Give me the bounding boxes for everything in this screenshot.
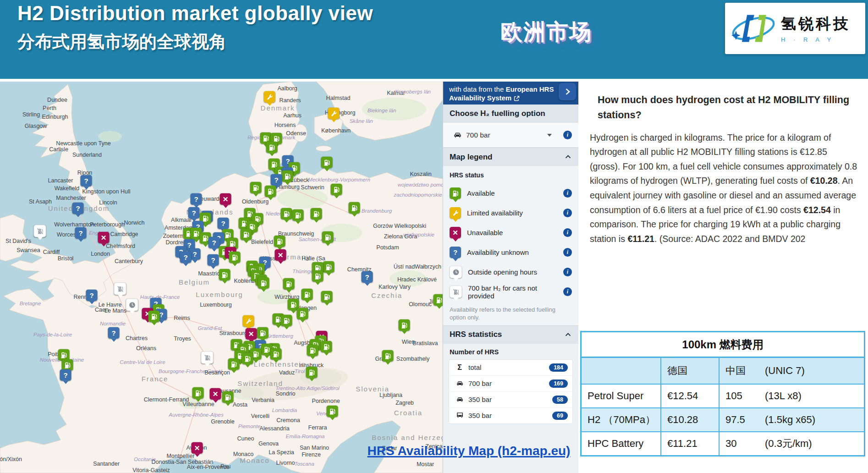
map-marker-available[interactable] <box>307 345 319 356</box>
map-marker-availability-unknown[interactable]: ? <box>362 271 373 283</box>
map-marker-available[interactable] <box>219 269 231 280</box>
map-marker-availability-unknown[interactable]: ? <box>271 174 282 186</box>
map-marker-available[interactable] <box>281 208 292 220</box>
map-marker-not-provided[interactable] <box>34 225 46 237</box>
map-marker-available[interactable] <box>250 182 262 193</box>
map-marker-available[interactable] <box>242 353 253 364</box>
stat-count-badge: 69 <box>552 412 568 420</box>
legend-item-label: 700 bar H₂ for cars not provided <box>468 284 557 300</box>
slide-title-en: H2 Distribution market globally view <box>17 2 373 25</box>
info-icon[interactable]: i <box>563 209 572 217</box>
map-marker-available[interactable] <box>228 358 240 370</box>
sidebar-data-banner: with data from the European HRS Availabi… <box>443 82 578 104</box>
hrs-stat-row: 350 bar69 <box>449 407 572 424</box>
europe-map[interactable]: DundeePerthStirlingEdinburghGlasgowCarli… <box>0 82 443 473</box>
hrs-stat-row: Σtotal184 <box>449 360 572 375</box>
map-marker-unavailable[interactable]: ✕ <box>275 249 286 261</box>
map-marker-available[interactable] <box>265 186 276 197</box>
map-marker-availability-unknown[interactable]: ? <box>188 207 200 219</box>
map-marker-available[interactable] <box>302 289 313 300</box>
map-marker-not-provided[interactable] <box>201 351 214 363</box>
map-marker-availability-unknown[interactable]: ? <box>180 252 192 263</box>
map-marker-availability-unknown[interactable]: ? <box>191 193 202 205</box>
map-marker-available[interactable] <box>306 367 318 378</box>
map-marker-available[interactable] <box>274 236 286 247</box>
map-marker-availability-unknown[interactable]: ? <box>75 227 87 239</box>
map-marker-unavailable[interactable]: ✕ <box>98 232 110 243</box>
map-marker-availability-unknown[interactable]: ? <box>208 254 219 266</box>
map-marker-available[interactable] <box>292 209 304 221</box>
map-marker-availability-unknown[interactable]: ? <box>60 369 71 381</box>
legend-item-available: Availablei <box>450 183 572 203</box>
info-icon[interactable]: i <box>563 287 572 296</box>
legend-footnote: Availability refers to the selected fuel… <box>450 306 572 322</box>
map-marker-not-provided <box>450 286 462 298</box>
map-marker-availability-unknown[interactable]: ? <box>209 237 220 248</box>
map-marker-limited-availability[interactable] <box>328 108 340 119</box>
map-marker-available[interactable] <box>349 202 360 214</box>
map-marker-limited-availability[interactable] <box>243 315 254 327</box>
map-legend-body: HRS status AvailableiLimited availabilit… <box>443 166 578 325</box>
map-legend-header[interactable]: Map legend <box>443 148 578 166</box>
info-icon[interactable]: i <box>563 228 572 237</box>
map-marker-available[interactable] <box>258 277 269 289</box>
info-icon[interactable]: i <box>563 189 572 198</box>
legend-item-label: Unavailable <box>467 229 557 236</box>
map-marker-available[interactable] <box>148 311 160 322</box>
map-marker-available[interactable] <box>399 319 410 331</box>
map-marker-available[interactable] <box>241 229 252 240</box>
map-marker-available[interactable] <box>311 208 322 220</box>
map-marker-availability-unknown[interactable]: ? <box>108 327 120 339</box>
stat-count-badge: 58 <box>552 396 568 404</box>
car-icon <box>456 396 464 403</box>
article-title: How much does hydrogen cost at H2 MOBILI… <box>598 93 852 123</box>
fuel-option-info-icon[interactable]: i <box>563 131 572 139</box>
map-marker-available[interactable] <box>327 406 338 417</box>
chevron-down-icon[interactable] <box>547 134 552 137</box>
map-marker-availability-unknown[interactable]: ? <box>81 175 92 187</box>
map-marker-available[interactable] <box>229 252 241 263</box>
info-icon[interactable]: i <box>563 268 572 276</box>
map-marker-unavailable[interactable]: ✕ <box>210 388 221 400</box>
map-marker-available[interactable] <box>257 327 269 339</box>
map-marker-available[interactable] <box>270 348 282 360</box>
map-marker-available[interactable] <box>222 391 234 403</box>
fuel-option-dropdown[interactable]: 700 bar i <box>443 123 578 148</box>
map-marker-unavailable[interactable]: ✕ <box>192 442 203 454</box>
map-marker-available[interactable] <box>192 387 204 399</box>
hrs-map-link[interactable]: HRS Availability Map (h2-map.eu) <box>354 444 584 458</box>
map-marker-available <box>450 187 461 199</box>
selected-fuel-option: 700 bar <box>466 131 543 139</box>
cost-row-cn-value: 30(0.3元/km) <box>720 431 864 455</box>
info-icon[interactable]: i <box>563 248 572 257</box>
map-marker-outside-opening-hours[interactable] <box>126 298 138 311</box>
map-marker-available[interactable] <box>297 308 308 319</box>
map-marker-availability-unknown[interactable]: ? <box>218 218 229 229</box>
map-marker-limited-availability[interactable] <box>264 91 275 103</box>
car-icon <box>456 380 464 387</box>
legend-item-unavailable: ✕Unavailablei <box>450 223 572 242</box>
map-marker-unavailable[interactable]: ✕ <box>220 193 231 205</box>
map-marker-available[interactable] <box>321 157 333 168</box>
sidebar-collapse-button[interactable] <box>559 83 576 100</box>
map-marker-available[interactable] <box>331 184 342 195</box>
map-marker-available[interactable] <box>382 350 394 362</box>
map-marker-limited-availability <box>450 207 461 219</box>
map-marker-availability-unknown[interactable]: ? <box>72 203 84 214</box>
map-marker-available[interactable] <box>281 315 292 326</box>
map-marker-availability-unknown[interactable]: ? <box>86 290 98 301</box>
map-marker-unavailable[interactable]: ✕ <box>246 328 257 340</box>
map-marker-available[interactable] <box>321 291 333 302</box>
map-marker-available[interactable] <box>322 231 334 243</box>
hrs-statistics-header[interactable]: HRS statistics <box>443 325 578 344</box>
map-marker-not-provided[interactable] <box>114 282 126 295</box>
map-marker-available[interactable] <box>321 341 332 352</box>
map-marker-available[interactable] <box>434 294 443 306</box>
map-marker-available[interactable] <box>266 142 278 153</box>
hrs-stat-row: 350 bar58 <box>449 391 572 407</box>
map-marker-available[interactable] <box>312 270 324 282</box>
map-marker-available[interactable] <box>283 278 295 290</box>
map-marker-available[interactable] <box>323 261 335 273</box>
cost-row-cn-value: 105(13L x8) <box>720 384 864 407</box>
map-marker-available[interactable] <box>282 170 293 182</box>
